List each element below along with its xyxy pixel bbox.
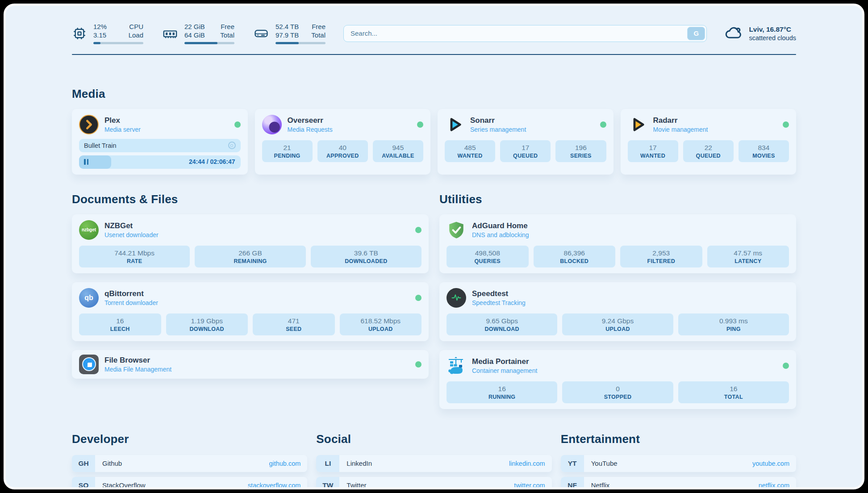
bookmark-abbr: SO [72,477,95,490]
stat-available: 945 AVAILABLE [373,140,423,162]
service-subtitle: Speedtest Tracking [472,299,526,306]
service-card-qbittorrent[interactable]: qb qBittorrent Torrent downloader 16 LEE… [72,282,429,341]
status-dot [417,121,423,128]
service-card-sonarr[interactable]: Sonarr Series management 485 WANTED 17 Q… [438,109,613,175]
cpu-icon [72,26,87,41]
service-name: Radarr [653,116,708,125]
service-name: Media Portainer [472,357,537,366]
search-engine-button[interactable]: G [687,27,705,40]
disk-free-label: Free [311,23,326,31]
service-card-speedtest[interactable]: Speedtest Speedtest Tracking 9.65 Gbps D… [439,282,796,341]
service-card-portainer[interactable]: Media Portainer Container management 16 … [439,350,796,409]
service-name: AdGuard Home [472,221,529,230]
qbittorrent-logo-icon: qb [79,288,99,308]
stat-queries: 498,508 QUERIES [447,246,529,267]
overseerr-logo-icon [262,115,282,134]
service-name: qBittorrent [104,289,158,298]
cpu-percent: 12% [93,23,107,31]
memory-total-value: 64 GiB [184,31,205,40]
now-playing-row: Bullet Train [79,139,241,152]
bookmark-linkedin[interactable]: LI LinkedIn linkedin.com [316,455,551,472]
memory-total-label: Total [220,31,234,40]
stat-leech: 16 LEECH [79,313,161,335]
portainer-logo-icon [447,356,466,376]
status-dot [415,361,421,368]
bookmark-netflix[interactable]: NF Netflix netflix.com [561,477,796,490]
stat-download: 9.65 Gbps DOWNLOAD [447,313,557,335]
playback-time: 24:44 / 02:06:47 [189,158,235,165]
now-playing-title: Bullet Train [84,142,117,149]
stat-downloaded: 39.6 TB DOWNLOADED [311,246,421,267]
service-name: NZBGet [104,221,159,230]
service-card-nzbget[interactable]: nzbget NZBGet Usenet downloader 744.21 M… [72,214,429,273]
section-title-social: Social [316,432,551,446]
stat-pending: 21 PENDING [262,140,313,162]
speedtest-logo-icon [447,288,466,308]
service-name: Speedtest [472,289,526,298]
service-name: Sonarr [470,116,526,125]
bookmark-stackoverflow[interactable]: SO StackOverflow stackoverflow.com [72,477,307,490]
stat-queued: 22 QUEUED [683,140,734,162]
nzbget-logo-icon: nzbget [79,220,99,240]
service-subtitle: Torrent downloader [104,299,158,306]
cpu-widget: 12% 3.15 CPU Load [72,23,143,44]
resource-widgets: 12% 3.15 CPU Load [72,23,326,44]
service-card-overseerr[interactable]: Overseerr Media Requests 21 PENDING 40 A… [255,109,431,175]
bookmark-name: StackOverflow [102,481,146,489]
cpu-label: CPU [129,23,143,31]
stat-rate: 744.21 Mbps RATE [79,246,190,267]
bookmark-abbr: GH [72,455,95,472]
service-card-radarr[interactable]: Radarr Movie management 17 WANTED 22 QUE… [621,109,797,175]
section-title-utilities: Utilities [439,192,796,206]
weather-location-temp: Lviv, 16.87°C [749,25,796,33]
service-subtitle: Container management [472,367,537,374]
weather-condition: scattered clouds [749,34,796,42]
stat-stopped: 0 STOPPED [562,381,673,403]
weather-widget[interactable]: Lviv, 16.87°C scattered clouds [725,25,796,42]
disk-total-value: 97.9 TB [275,31,299,40]
disk-progress-bar [275,42,326,44]
search-input[interactable] [343,25,707,42]
stat-upload: 618.52 Mbps UPLOAD [340,313,422,335]
memory-free-value: 22 GiB [184,23,205,31]
sonarr-logo-icon [445,115,464,134]
stat-wanted: 485 WANTED [445,140,495,162]
bookmark-name: Github [102,460,122,467]
playback-progress-bar: 24:44 / 02:06:47 [79,155,241,169]
stat-total: 16 TOTAL [678,381,789,403]
section-title-developer: Developer [72,432,307,446]
stop-circle-icon [228,142,236,149]
service-subtitle: Media Requests [288,126,333,133]
bookmark-url: youtube.com [752,460,789,467]
plex-logo-icon [79,115,99,134]
bookmark-name: LinkedIn [346,460,372,467]
service-card-filebrowser[interactable]: File Browser Media File Management [72,350,429,379]
disk-widget: 52.4 TB 97.9 TB Free Total [253,23,326,44]
search-bar: G [343,25,707,42]
disk-total-label: Total [311,31,326,40]
status-dot [783,121,789,128]
header-divider [72,54,796,55]
stat-download: 1.19 Gbps DOWNLOAD [166,313,248,335]
bookmark-youtube[interactable]: YT YouTube youtube.com [561,455,796,472]
bookmark-name: YouTube [591,460,618,467]
service-subtitle: Series management [470,126,526,133]
service-subtitle: Movie management [653,126,708,133]
service-subtitle: Media server [104,126,141,133]
bookmark-url: linkedin.com [509,460,545,467]
bookmark-url: twitter.com [514,482,545,489]
service-card-plex[interactable]: Plex Media server Bullet Train 24:44 / 0… [72,109,248,175]
service-card-adguard[interactable]: AdGuard Home DNS and adblocking 498,508 … [439,214,796,273]
cpu-load-label: Load [129,31,143,40]
service-name: File Browser [104,356,171,365]
cloud-icon [725,25,743,42]
bookmark-twitter[interactable]: TW Twitter twitter.com [316,477,551,490]
status-dot [415,227,421,233]
bookmark-abbr: TW [316,477,339,490]
status-dot [415,295,421,301]
stat-running: 16 RUNNING [447,381,557,403]
bookmark-url: netflix.com [759,482,789,489]
disk-icon [253,26,269,41]
bookmark-github[interactable]: GH Github github.com [72,455,307,472]
stat-latency: 47.57 ms LATENCY [707,246,789,267]
